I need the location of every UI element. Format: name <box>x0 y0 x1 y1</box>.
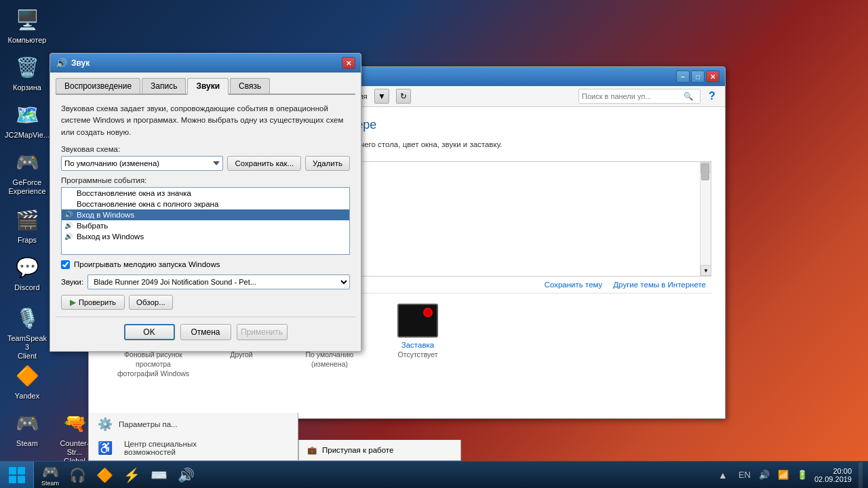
list-item[interactable]: 🔊 Выход из Windows <box>62 231 349 242</box>
maximize-button[interactable]: □ <box>691 70 705 83</box>
screensaver-feature[interactable]: Заставка Отсутствует <box>380 300 455 378</box>
cp-row-params[interactable]: ⚙️ Параметры па... <box>89 413 298 436</box>
item-icon-sound: 🔊 <box>64 222 74 229</box>
refresh-button[interactable]: ↻ <box>396 89 411 104</box>
events-container: Программные события: Восстановление окна… <box>61 176 350 255</box>
clock-time: 20:00 <box>814 467 852 475</box>
save-as-button[interactable]: Сохранить как... <box>227 156 301 171</box>
tray-expand-button[interactable]: ▲ <box>718 470 728 481</box>
show-desktop-button[interactable] <box>859 462 863 488</box>
list-item[interactable]: 🔊 Выбрать <box>62 220 349 231</box>
desktop-icon-fraps[interactable]: 🎬 Fraps <box>3 203 51 247</box>
tab-record[interactable]: Запись <box>142 78 186 94</box>
sound-dialog-body: Звуковая схема задает звуки, сопровождаю… <box>56 100 355 317</box>
sounds-select[interactable]: Blade Runner 2049 Joi Notification Sound… <box>87 274 350 289</box>
breadcrumb-dropdown[interactable]: ▼ <box>374 89 389 104</box>
play-button[interactable]: ▶ Проверить <box>61 295 125 310</box>
sounds-row: Звуки: Blade Runner 2049 Joi Notificatio… <box>61 274 350 289</box>
geforce-icon: 🎮 <box>14 148 41 176</box>
cp-row-params-label: Параметры па... <box>119 420 178 428</box>
scroll-thumb[interactable] <box>701 163 709 180</box>
steam-taskbar-icon: 🎮 <box>42 464 59 480</box>
desktop-icon-discord[interactable]: 💬 Discord <box>3 251 51 295</box>
list-item-selected[interactable]: 🔊 Вход в Windows <box>62 209 349 220</box>
sounds-desc: По умолчанию (изменена) <box>292 350 367 369</box>
play-label: Проверить <box>79 298 116 306</box>
discord-icon-label: Discord <box>14 283 39 292</box>
events-list[interactable]: Восстановление окна из значка Восстановл… <box>61 187 350 255</box>
apply-button[interactable]: Применить <box>237 324 288 340</box>
taskbar-keyboard[interactable]: ⌨️ <box>145 462 172 488</box>
steam-icon-label: Steam <box>16 439 38 448</box>
close-button[interactable]: ✕ <box>706 70 719 83</box>
taskbar-steam[interactable]: 🎮 Steam <box>37 462 64 488</box>
cp-row-getstarted[interactable]: 💼 Приступая к работе <box>298 440 461 461</box>
play-row: ▶ Проверить Обзор... <box>61 295 350 310</box>
scheme-row: По умолчанию (изменена) Сохранить как...… <box>61 156 350 171</box>
teamspeak-icon: 🎙️ <box>14 304 41 331</box>
item-icon-sound: 🔊 <box>64 211 74 218</box>
sounds-label: Звуки: <box>61 278 83 286</box>
delete-button[interactable]: Удалить <box>305 156 350 171</box>
yandex-icon: 🔶 <box>14 362 41 389</box>
tab-communications[interactable]: Связь <box>230 78 270 94</box>
checkbox-row: Проигрывать мелодию запуска Windows <box>61 260 350 269</box>
sound-description: Звуковая схема задает звуки, сопровождаю… <box>61 103 350 138</box>
desktop-icon-teamspeak[interactable]: 🎙️ TeamSpeak 3Client <box>3 302 51 364</box>
clock[interactable]: 20:00 02.09.2019 <box>814 467 852 483</box>
taskbar-volume-icon[interactable]: 🔊 <box>172 462 199 488</box>
computer-icon-label: Компьютер <box>8 36 47 45</box>
network-tray-icon[interactable]: 📶 <box>776 470 790 480</box>
list-item[interactable]: Восстановление окна с полного экрана <box>62 199 349 209</box>
browse-button[interactable]: Обзор... <box>129 295 173 310</box>
ok-button[interactable]: OK <box>124 324 175 340</box>
minimize-button[interactable]: – <box>676 70 690 83</box>
other-themes-link[interactable]: Другие темы в Интернете <box>613 281 706 289</box>
taskbar: 🎮 Steam 🎧 🔶 ⚡ ⌨️ 🔊 ▲ EN <box>0 461 868 488</box>
keyboard-taskbar-icon: ⌨️ <box>151 467 167 483</box>
search-input[interactable] <box>579 91 681 102</box>
help-button[interactable]: ? <box>705 89 719 104</box>
scroll-down-arrow[interactable]: ▼ <box>701 265 711 276</box>
notification-area: ▲ <box>714 470 732 481</box>
cancel-button[interactable]: Отмена <box>180 324 231 340</box>
desktop-icon-jc2[interactable]: 🗺️ JC2MapVie... <box>3 98 51 142</box>
wallpaper-desc: Фоновый рисунок просмотра фотографий Win… <box>116 350 191 378</box>
volume-tray-icon[interactable]: 🔊 <box>757 470 771 480</box>
tab-playback[interactable]: Воспроизведение <box>56 78 140 94</box>
sound-dialog: 🔊 Звук ✕ Воспроизведение Запись Звуки Св… <box>50 53 361 352</box>
svg-rect-5 <box>9 476 16 483</box>
taskbar-flash[interactable]: ⚡ <box>118 462 145 488</box>
play-icon: ▶ <box>70 298 76 307</box>
taskbar-headset[interactable]: 🎧 <box>64 462 91 488</box>
save-theme-link[interactable]: Сохранить тему <box>545 281 603 289</box>
tab-sounds[interactable]: Звуки <box>187 78 229 95</box>
list-item[interactable]: Восстановление окна из значка <box>62 188 349 199</box>
language-indicator[interactable]: EN <box>737 470 752 480</box>
volume-taskbar-icon: 🔊 <box>178 467 195 483</box>
desktop-icon-computer[interactable]: 🖥️ Компьютер <box>3 3 51 47</box>
sound-title-icon: 🔊 <box>56 58 67 68</box>
cp-row-accessibility[interactable]: ♿ Центр специальныхвозможностей <box>89 436 298 460</box>
startup-checkbox[interactable] <box>61 260 70 269</box>
fraps-icon-label: Fraps <box>18 236 37 245</box>
battery-tray-icon[interactable]: 🔋 <box>795 470 809 480</box>
color-desc: Другой <box>230 350 252 360</box>
desktop-icon-steam[interactable]: 🎮 Steam <box>3 407 51 451</box>
personalization-window-controls: – □ ✕ <box>676 70 719 83</box>
computer-icon: 🖥️ <box>14 6 41 33</box>
desktop-icon-yandex[interactable]: 🔶 Yandex <box>3 359 51 403</box>
search-icon[interactable]: 🔍 <box>681 92 696 101</box>
svg-rect-4 <box>18 467 25 474</box>
desktop-icon-geforce[interactable]: 🎮 GeForceExperience <box>3 146 51 199</box>
desktop-icon-trash[interactable]: 🗑️ Корзина <box>3 51 51 95</box>
cp-row-accessibility-label: Центр специальныхвозможностей <box>124 440 197 456</box>
steam-icon: 🎮 <box>14 409 41 436</box>
yandex-taskbar-icon: 🔶 <box>96 467 113 483</box>
clock-date: 02.09.2019 <box>814 475 852 483</box>
scheme-select[interactable]: По умолчанию (изменена) <box>61 156 223 171</box>
sound-dialog-close-button[interactable]: ✕ <box>342 57 355 69</box>
start-button[interactable] <box>0 462 34 489</box>
taskbar-yandex[interactable]: 🔶 <box>91 462 118 488</box>
themes-scrollbar[interactable]: ▲ ▼ <box>700 162 711 276</box>
